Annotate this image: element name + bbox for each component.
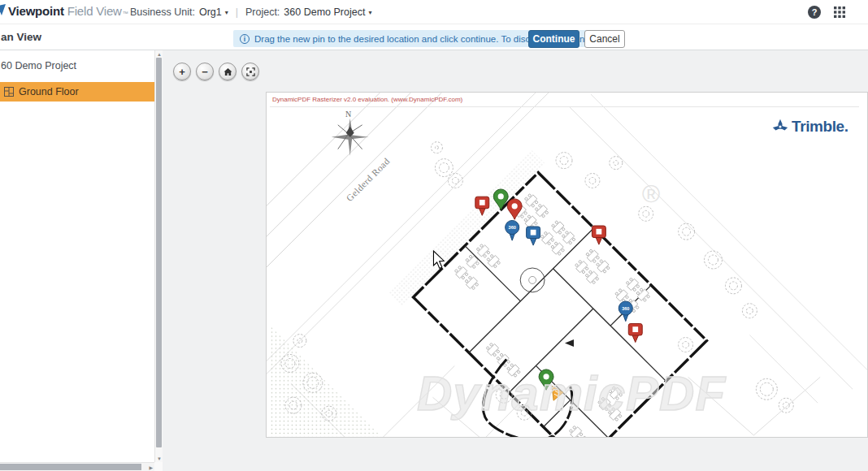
floor-plan-sheet[interactable]: 360360 DynamicPDF Rasterizer v2.0 evalua… [266, 92, 868, 438]
viewpoint-logo-icon [0, 4, 6, 15]
zoom-in-button[interactable]: + [173, 63, 191, 80]
building-outline [388, 150, 714, 437]
sidebar-horizontal-scrollbar[interactable]: ▶ [0, 462, 154, 471]
trimble-logo: Trimble. [771, 118, 848, 136]
sidebar-item-ground-floor[interactable]: Ground Floor [0, 82, 154, 102]
trimble-wordmark: Trimble. [792, 118, 848, 136]
continue-button[interactable]: Continue [528, 30, 579, 48]
plan-tree: 60 Demo ProjectGround Floor [0, 50, 154, 462]
plan-viewport: + − [163, 50, 868, 471]
scrollbar-corner [154, 462, 163, 471]
sidebar-item-60-demo-project[interactable]: 60 Demo Project [0, 57, 154, 75]
registered-mark: ® [642, 180, 660, 208]
trademark: ™ [123, 11, 128, 16]
app-logo: Viewpoint Field View ™ [0, 4, 128, 18]
app-header: Viewpoint Field View ™ Business Unit: Or… [0, 0, 868, 24]
help-icon[interactable]: ? [808, 6, 821, 19]
compass-icon [332, 119, 369, 156]
info-icon: i [240, 34, 250, 44]
map-controls: + − [173, 63, 259, 80]
divider-line [270, 106, 859, 107]
fit-extent-button[interactable] [241, 63, 259, 80]
home-view-button[interactable] [219, 63, 237, 80]
floor-plan-icon [4, 87, 14, 97]
product-name: Viewpoint [8, 4, 64, 18]
business-unit-value[interactable]: Org1 [199, 6, 222, 18]
fit-extent-icon [246, 67, 255, 76]
divider: | [236, 6, 238, 18]
app-grid-icon[interactable] [834, 6, 845, 18]
vertical-scroll-thumb[interactable] [156, 58, 162, 447]
trimble-icon [771, 118, 789, 136]
business-unit-caret-icon[interactable]: ▾ [225, 9, 228, 16]
context-bar: Business Unit: Org1 ▾ | Project: 360 Dem… [130, 0, 371, 24]
sidebar-item-label: 60 Demo Project [1, 60, 76, 71]
project-value[interactable]: 360 Demo Project [284, 6, 365, 18]
project-caret-icon[interactable]: ▾ [368, 9, 371, 16]
plan-tree-sidebar: 60 Demo ProjectGround Floor ▲ ▼ ▶ [0, 50, 163, 471]
business-unit-label: Business Unit: [130, 6, 195, 18]
compass-north-label: N [345, 110, 351, 119]
svg-text:360: 360 [509, 225, 516, 230]
svg-text:360: 360 [622, 306, 629, 311]
pdf-evaluation-text: DynamicPDF Rasterizer v2.0 evaluation. (… [272, 96, 462, 103]
page-title: an View [1, 31, 41, 43]
project-label: Project: [245, 6, 280, 18]
scroll-right-icon[interactable]: ▶ [149, 463, 153, 471]
home-icon [224, 67, 232, 76]
horizontal-scroll-thumb[interactable] [0, 464, 141, 470]
sidebar-item-label: Ground Floor [19, 86, 79, 97]
product-suffix: Field View [67, 4, 122, 18]
zoom-out-button[interactable]: − [196, 63, 214, 80]
floor-plan-drawing: 360360 [267, 93, 867, 437]
sidebar-vertical-scrollbar[interactable]: ▲ ▼ [154, 50, 163, 462]
plan-toolbar: an View i Drag the new pin to the desire… [0, 24, 868, 50]
cancel-button[interactable]: Cancel [584, 30, 625, 48]
